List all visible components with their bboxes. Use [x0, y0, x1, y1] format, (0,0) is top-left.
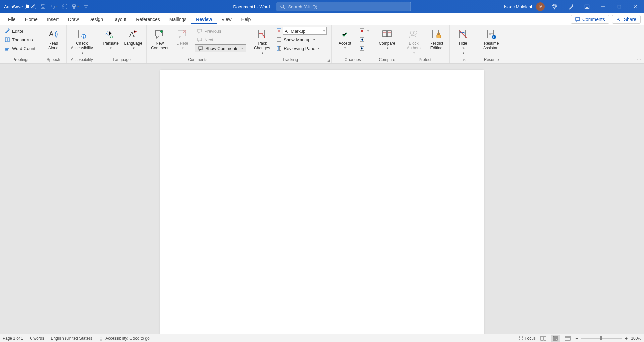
- show-markup-button[interactable]: Show Markup ▾: [274, 36, 329, 44]
- document-page[interactable]: [160, 70, 484, 334]
- document-area[interactable]: [0, 64, 644, 334]
- previous-change-button[interactable]: [357, 36, 371, 44]
- print-layout-button[interactable]: [551, 335, 560, 342]
- status-page[interactable]: Page 1 of 1: [3, 336, 23, 341]
- read-mode-button[interactable]: [539, 335, 548, 342]
- hide-ink-button[interactable]: Hide Ink ▾: [452, 27, 473, 55]
- show-markup-label: Show Markup: [284, 37, 310, 42]
- check-accessibility-button[interactable]: Check Accessibility ▾: [69, 27, 94, 55]
- zoom-out-button[interactable]: −: [575, 336, 578, 341]
- svg-rect-13: [258, 30, 264, 38]
- quick-print-icon[interactable]: ▾: [71, 3, 79, 11]
- show-comments-button[interactable]: Show Comments ▾: [195, 44, 246, 52]
- tab-insert[interactable]: Insert: [42, 15, 63, 24]
- read-aloud-button[interactable]: A Read Aloud: [43, 27, 64, 51]
- chevron-down-icon: ▾: [82, 51, 83, 55]
- next-change-button[interactable]: [357, 44, 371, 52]
- restrict-editing-button[interactable]: Restrict Editing: [426, 27, 447, 51]
- editor-label: Editor: [12, 28, 23, 34]
- reject-icon: [359, 28, 365, 34]
- zoom-in-button[interactable]: +: [625, 336, 628, 341]
- zoom-level[interactable]: 100%: [631, 336, 641, 341]
- autosave-toggle[interactable]: AutoSave Off: [4, 4, 36, 9]
- tab-view[interactable]: View: [217, 15, 236, 24]
- tab-help[interactable]: Help: [236, 15, 256, 24]
- share-icon: [616, 17, 622, 22]
- tracking-dialog-launcher-icon[interactable]: ◢: [327, 58, 330, 62]
- avatar[interactable]: IM: [536, 2, 545, 11]
- tab-mailings[interactable]: Mailings: [165, 15, 191, 24]
- ribbon-display-icon[interactable]: [581, 2, 593, 11]
- translate-icon: あA: [104, 28, 116, 40]
- accessibility-icon: [76, 28, 88, 40]
- compare-button[interactable]: Compare ▾: [377, 27, 397, 50]
- tab-design[interactable]: Design: [84, 15, 108, 24]
- language-icon: A: [127, 28, 139, 40]
- word-count-button[interactable]: 123 Word Count: [3, 44, 37, 52]
- focus-icon: [519, 336, 523, 341]
- status-language[interactable]: English (United States): [51, 336, 92, 341]
- pen-sparkle-icon[interactable]: [565, 2, 577, 11]
- share-button[interactable]: Share: [612, 15, 641, 24]
- tab-home[interactable]: Home: [20, 15, 42, 24]
- markup-dropdown[interactable]: All Markup ▾: [283, 27, 327, 35]
- collapse-ribbon-icon[interactable]: ︿: [637, 56, 641, 61]
- status-words[interactable]: 0 words: [30, 336, 44, 341]
- zoom-slider-thumb[interactable]: [600, 336, 602, 340]
- group-label-protect: Protect: [403, 57, 447, 63]
- translate-button[interactable]: あA Translate ▾: [100, 27, 121, 50]
- search-icon: [280, 4, 285, 9]
- next-change-icon: [359, 46, 365, 51]
- minimize-icon[interactable]: [597, 2, 609, 11]
- group-label-ink: Ink: [452, 57, 473, 63]
- next-comment-button[interactable]: Next: [195, 36, 246, 44]
- thesaurus-label: Thesaurus: [12, 37, 33, 42]
- group-label-changes: Changes: [334, 57, 371, 63]
- new-comment-button[interactable]: New Comment: [149, 27, 170, 51]
- search-box[interactable]: Search (Alt+Q): [276, 2, 411, 11]
- save-icon[interactable]: [39, 3, 47, 11]
- comments-button[interactable]: Comments: [571, 15, 609, 24]
- tab-layout[interactable]: Layout: [108, 15, 131, 24]
- group-ink: Hide Ink ▾ Ink: [450, 25, 476, 63]
- resume-assistant-button[interactable]: in Resume Assistant: [479, 27, 504, 51]
- status-accessibility[interactable]: Accessibility: Good to go: [99, 336, 149, 341]
- svg-rect-17: [279, 46, 281, 50]
- thesaurus-button[interactable]: Thesaurus: [3, 36, 37, 44]
- web-layout-button[interactable]: [563, 335, 572, 342]
- accept-button[interactable]: Accept ▾: [334, 27, 355, 50]
- tab-review[interactable]: Review: [191, 15, 217, 24]
- reviewing-pane-button[interactable]: Reviewing Pane ▾: [274, 44, 329, 52]
- undo-icon[interactable]: ▾: [50, 3, 58, 11]
- chevron-down-icon: ▾: [323, 29, 325, 33]
- new-comment-icon: [154, 28, 166, 40]
- show-markup-icon: [276, 37, 282, 42]
- previous-change-icon: [359, 37, 365, 42]
- tab-file[interactable]: File: [3, 15, 20, 24]
- track-changes-icon: [256, 28, 268, 40]
- close-icon[interactable]: [629, 2, 641, 11]
- maximize-icon[interactable]: [613, 2, 625, 11]
- editor-button[interactable]: Editor: [3, 27, 37, 35]
- toggle-track: Off: [25, 4, 36, 9]
- diamond-icon[interactable]: [549, 2, 561, 11]
- delete-comment-button[interactable]: Delete ▾: [172, 27, 193, 50]
- zoom-slider[interactable]: [581, 338, 622, 339]
- title-bar-right: Isaac Mulolani IM: [504, 2, 644, 11]
- previous-comment-button[interactable]: Previous: [195, 27, 246, 35]
- next-comment-label: Next: [204, 37, 213, 42]
- status-accessibility-label: Accessibility: Good to go: [105, 336, 149, 341]
- language-button[interactable]: A Language ▾: [123, 27, 144, 50]
- delete-comment-icon: [176, 28, 189, 40]
- tab-draw[interactable]: Draw: [63, 15, 84, 24]
- hide-ink-icon: [457, 28, 469, 40]
- track-changes-button[interactable]: Track Changes ▾: [252, 27, 272, 55]
- focus-mode-button[interactable]: Focus: [519, 336, 536, 341]
- reject-button[interactable]: ▾: [357, 27, 371, 35]
- qat-customize-icon[interactable]: [82, 3, 90, 11]
- tab-references[interactable]: References: [131, 15, 165, 24]
- restrict-editing-icon: [430, 28, 442, 40]
- redo-icon[interactable]: [60, 3, 68, 11]
- svg-point-32: [101, 336, 102, 337]
- block-authors-button[interactable]: Block Authors ▾: [403, 27, 424, 55]
